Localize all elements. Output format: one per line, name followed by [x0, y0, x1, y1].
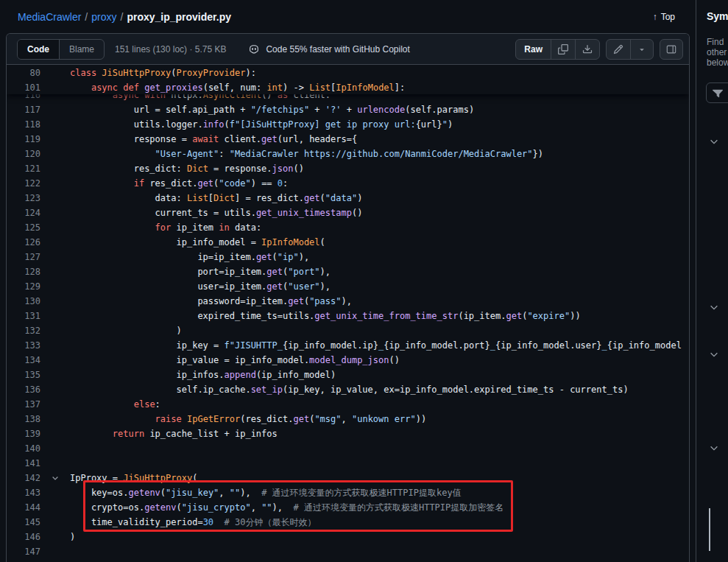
- raw-actions-group: Raw: [515, 39, 600, 60]
- gutter-spacer: [40, 80, 70, 95]
- breadcrumb-folder-link[interactable]: proxy: [91, 11, 116, 23]
- line-number[interactable]: 141: [7, 456, 40, 471]
- code-text: data: List[Dict] = res_dict.get("data"): [70, 191, 362, 206]
- raw-button[interactable]: Raw: [516, 40, 551, 59]
- line-number[interactable]: 120: [7, 147, 40, 161]
- copilot-icon: [248, 43, 260, 55]
- chevron-down-icon: [637, 45, 646, 54]
- line-number[interactable]: 123: [7, 191, 40, 206]
- code-line: 140: [7, 441, 689, 456]
- back-to-top-button[interactable]: ↑ Top: [653, 12, 675, 22]
- breadcrumb-repo-link[interactable]: MediaCrawler: [18, 11, 81, 23]
- breadcrumb-separator: /: [85, 11, 88, 23]
- edit-dropdown-button[interactable]: [631, 40, 653, 59]
- breadcrumb-separator: /: [120, 11, 123, 23]
- gutter-spacer: [40, 353, 70, 368]
- copilot-banner[interactable]: Code 55% faster with GitHub Copilot: [248, 43, 409, 55]
- filter-symbols-input[interactable]: [706, 82, 728, 103]
- gutter-spacer: [40, 544, 70, 559]
- line-number[interactable]: 130: [7, 294, 40, 309]
- gutter-spacer: [40, 500, 70, 515]
- chevron-down-icon[interactable]: [709, 443, 719, 453]
- code-line: 124 current_ts = utils.get_unix_timestam…: [7, 206, 689, 220]
- line-number[interactable]: 144: [7, 500, 40, 515]
- gutter-spacer: [40, 456, 70, 471]
- chevron-down-icon[interactable]: [709, 349, 719, 359]
- chevron-down-icon[interactable]: [709, 136, 719, 147]
- code-text: password=ip_item.get("pass"),: [70, 294, 352, 309]
- line-number[interactable]: 143: [7, 485, 40, 500]
- code-line: 129 user=ip_item.get("user"),: [7, 279, 689, 294]
- code-line: 144 crypto=os.getenv("jisu_crypto", ""),…: [7, 500, 689, 515]
- gutter-spacer: [40, 412, 70, 426]
- gutter-spacer: [40, 441, 70, 456]
- code-line: 134 ip_value = ip_info_model.model_dump_…: [7, 353, 689, 368]
- pencil-icon: [613, 44, 623, 55]
- copy-icon: [558, 44, 568, 55]
- gutter-spacer: [40, 309, 70, 323]
- line-number[interactable]: 118: [7, 117, 40, 132]
- edit-button[interactable]: [607, 40, 631, 59]
- line-number[interactable]: 147: [7, 544, 40, 559]
- line-number[interactable]: 137: [7, 397, 40, 412]
- code-line: 128 port=ip_item.get("port"),: [7, 264, 689, 279]
- line-number[interactable]: 117: [7, 102, 40, 117]
- gutter-spacer: [40, 220, 70, 235]
- line-number[interactable]: 133: [7, 338, 40, 353]
- line-number[interactable]: 139: [7, 426, 40, 441]
- line-number[interactable]: 119: [7, 132, 40, 147]
- gutter-spacer: [40, 279, 70, 294]
- code-line: 143 key=os.getenv("jisu_key", ""), # 通过环…: [7, 485, 689, 500]
- line-number[interactable]: 132: [7, 323, 40, 338]
- line-number[interactable]: 122: [7, 176, 40, 191]
- line-number[interactable]: 121: [7, 161, 40, 176]
- line-number[interactable]: 134: [7, 353, 40, 368]
- copy-raw-button[interactable]: [551, 40, 576, 59]
- line-number[interactable]: 138: [7, 412, 40, 426]
- code-line: 137 else:: [7, 397, 689, 412]
- symbols-panel-toggle-button[interactable]: [660, 39, 683, 60]
- line-number[interactable]: 129: [7, 279, 40, 294]
- code-text: for ip_item in data:: [70, 220, 261, 235]
- gutter-spacer: [40, 530, 70, 544]
- code-line: 146): [7, 530, 689, 544]
- code-lines: 116 async with httpx.AsyncClient() as cl…: [7, 88, 689, 559]
- gutter-spacer: [40, 338, 70, 353]
- chevron-down-icon[interactable]: [709, 302, 719, 312]
- line-number[interactable]: 80: [7, 66, 40, 80]
- code-blame-switcher: Code Blame: [17, 39, 105, 60]
- code-text: "User-Agent": "MediaCrawler https://gith…: [70, 147, 543, 161]
- line-number[interactable]: 124: [7, 206, 40, 220]
- line-number[interactable]: 146: [7, 530, 40, 544]
- line-number[interactable]: 101: [7, 80, 40, 95]
- line-number[interactable]: 131: [7, 309, 40, 323]
- line-number[interactable]: 125: [7, 220, 40, 235]
- code-line: 142IpProxy = JiSuHttpProxy(: [7, 471, 689, 485]
- tab-code[interactable]: Code: [18, 40, 60, 59]
- code-line: 126 ip_info_model = IpInfoModel(: [7, 235, 689, 250]
- code-text: ip=ip_item.get("ip"),: [70, 250, 309, 264]
- gutter-spacer: [40, 264, 70, 279]
- tab-blame[interactable]: Blame: [60, 40, 104, 59]
- line-number[interactable]: 140: [7, 441, 40, 456]
- gutter-spacer: [40, 176, 70, 191]
- panel-layout-icon: [666, 44, 676, 55]
- line-number[interactable]: 145: [7, 515, 40, 530]
- sticky-code-line: 101 async def get_proxies(self, num: int…: [7, 80, 689, 95]
- code-line: 138 raise IpGetError(res_dict.get("msg",…: [7, 412, 689, 426]
- filter-icon: [713, 88, 723, 98]
- line-number[interactable]: 135: [7, 368, 40, 382]
- gutter-spacer: [40, 485, 70, 500]
- collapse-chevron-icon[interactable]: [40, 471, 70, 485]
- line-number[interactable]: 136: [7, 382, 40, 397]
- code-text: class JiSuHttpProxy(ProxyProvider):: [70, 66, 256, 80]
- download-button[interactable]: [576, 40, 599, 59]
- code-text: port=ip_item.get("port"),: [70, 264, 331, 279]
- line-number[interactable]: 142: [7, 471, 40, 485]
- line-number[interactable]: 128: [7, 264, 40, 279]
- panel-scrollbar-thumb[interactable]: [709, 508, 710, 551]
- code-line: 141: [7, 456, 689, 471]
- line-number[interactable]: 126: [7, 235, 40, 250]
- line-number[interactable]: 127: [7, 250, 40, 264]
- sticky-code-line: 80class JiSuHttpProxy(ProxyProvider):: [7, 66, 689, 80]
